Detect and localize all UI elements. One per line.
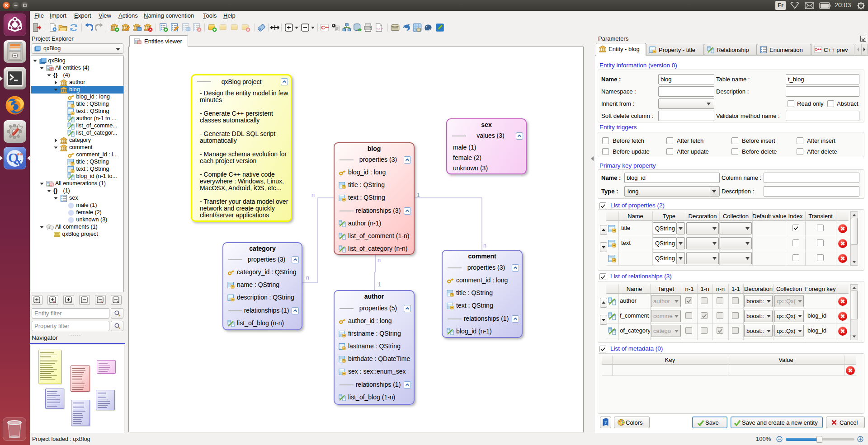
svg-text:</>: </> [376, 27, 383, 31]
svg-text:x: x [53, 300, 55, 303]
svg-text:++: ++ [325, 25, 329, 29]
svg-text:x: x [101, 300, 102, 303]
svg-text:x: x [16, 155, 22, 167]
svg-text:?: ? [604, 420, 607, 425]
svg-text:C: C [321, 25, 325, 30]
